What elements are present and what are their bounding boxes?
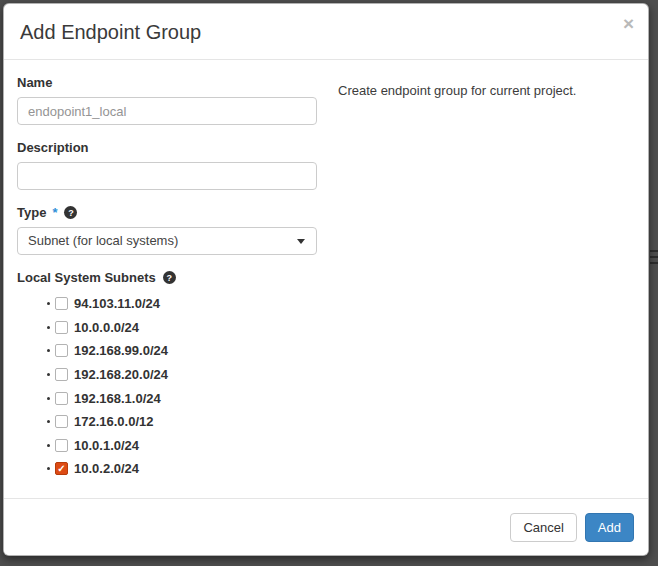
name-field-group: Name (17, 75, 317, 125)
modal-body: Create endpoint group for current projec… (4, 60, 648, 481)
subnet-checkbox[interactable] (55, 392, 68, 405)
check-icon: ✓ (57, 464, 65, 474)
description-field-group: Description (17, 140, 317, 190)
bullet-icon (47, 397, 50, 400)
subnet-checkbox[interactable] (55, 439, 68, 452)
subnet-label[interactable]: 10.0.1.0/24 (74, 438, 139, 453)
type-label: Type * ? (17, 205, 317, 220)
backdrop-page-detail (650, 256, 658, 258)
description-label: Description (17, 140, 317, 155)
name-label: Name (17, 75, 317, 90)
subnet-label[interactable]: 192.168.1.0/24 (74, 391, 161, 406)
name-input[interactable] (17, 97, 317, 125)
subnet-label[interactable]: 10.0.0.0/24 (74, 320, 139, 335)
subnets-label: Local System Subnets ? (17, 270, 317, 285)
subnet-checkbox[interactable] (55, 368, 68, 381)
bullet-icon (47, 420, 50, 423)
form-column: Name Description Type * ? Subnet (for lo… (17, 75, 317, 481)
modal-title: Add Endpoint Group (20, 19, 632, 45)
subnet-row: 10.0.0.0/24 (47, 316, 317, 340)
subnets-field-group: Local System Subnets ? 94.103.11.0/2410.… (17, 270, 317, 481)
modal-footer: Cancel Add (4, 498, 648, 555)
close-icon[interactable]: × (623, 14, 634, 33)
add-endpoint-group-modal: Add Endpoint Group × Create endpoint gro… (3, 3, 649, 556)
subnet-row: 192.168.20.0/24 (47, 363, 317, 387)
description-input[interactable] (17, 162, 317, 190)
subnet-checkbox[interactable] (55, 344, 68, 357)
subnet-row: 192.168.1.0/24 (47, 386, 317, 410)
subnet-checkbox[interactable]: ✓ (55, 462, 68, 475)
modal-header: Add Endpoint Group × (4, 4, 648, 60)
chevron-down-icon (297, 239, 305, 244)
subnet-row: 10.0.1.0/24 (47, 434, 317, 458)
help-icon[interactable]: ? (64, 206, 77, 219)
bullet-icon (47, 373, 50, 376)
bullet-icon (47, 467, 50, 470)
bullet-icon (47, 302, 50, 305)
bullet-icon (47, 349, 50, 352)
subnet-label[interactable]: 172.16.0.0/12 (74, 414, 154, 429)
required-asterisk: * (52, 205, 57, 220)
subnet-checkbox[interactable] (55, 297, 68, 310)
cancel-button[interactable]: Cancel (510, 513, 576, 542)
subnet-row: 94.103.11.0/24 (47, 292, 317, 316)
type-field-group: Type * ? Subnet (for local systems) (17, 205, 317, 255)
subnet-checkbox[interactable] (55, 415, 68, 428)
subnet-checkbox[interactable] (55, 321, 68, 334)
help-icon[interactable]: ? (163, 271, 176, 284)
type-select-value: Subnet (for local systems) (28, 233, 178, 248)
subnet-row: 172.16.0.0/12 (47, 410, 317, 434)
add-button[interactable]: Add (585, 513, 634, 542)
subnet-list: 94.103.11.0/2410.0.0.0/24192.168.99.0/24… (17, 292, 317, 481)
bullet-icon (47, 326, 50, 329)
backdrop-page-detail (650, 262, 658, 264)
subnet-label[interactable]: 94.103.11.0/24 (74, 296, 160, 311)
backdrop-page-detail (650, 250, 658, 252)
subnet-label[interactable]: 192.168.20.0/24 (74, 367, 168, 382)
bullet-icon (47, 444, 50, 447)
type-label-text: Type (17, 205, 46, 220)
subnet-row: ✓10.0.2.0/24 (47, 457, 317, 481)
subnet-row: 192.168.99.0/24 (47, 339, 317, 363)
subnet-label[interactable]: 10.0.2.0/24 (74, 461, 139, 476)
help-text: Create endpoint group for current projec… (338, 83, 576, 98)
subnets-label-text: Local System Subnets (17, 270, 156, 285)
type-select[interactable]: Subnet (for local systems) (17, 227, 317, 255)
subnet-label[interactable]: 192.168.99.0/24 (74, 343, 168, 358)
